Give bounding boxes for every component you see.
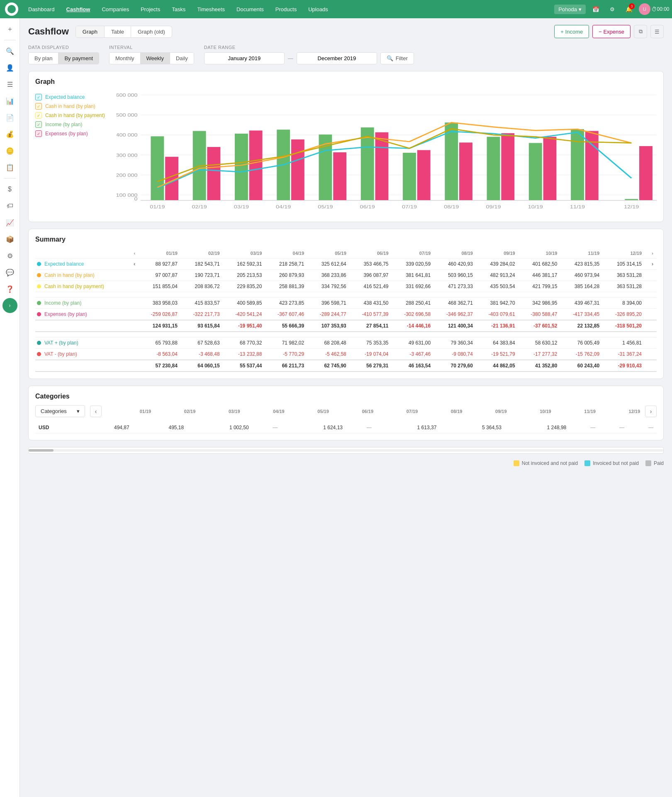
bar-expense-04: [291, 139, 304, 200]
horizontal-scrollbar[interactable]: [28, 447, 664, 454]
dot-expenses: [37, 312, 41, 316]
settings-view-button[interactable]: ☰: [650, 25, 664, 38]
tab-graph[interactable]: Graph: [76, 26, 105, 37]
pohoda-button[interactable]: Pohoda ▾: [554, 5, 586, 14]
settings-button[interactable]: ⚙: [606, 2, 619, 16]
sidebar-search[interactable]: 🔍: [2, 44, 17, 59]
legend-expected[interactable]: ✓ Expected balance: [35, 94, 110, 100]
summary-table-scroll: ‹ 01/19 02/19 03/19 04/19 05/19 06/19 07…: [35, 248, 657, 372]
sidebar-tag[interactable]: 🏷: [2, 198, 17, 213]
sidebar-expand[interactable]: ›: [2, 298, 17, 313]
nav-products[interactable]: Products: [270, 4, 302, 15]
swatch-invoiced: [584, 460, 590, 466]
notifications-button[interactable]: 🔔 3: [622, 2, 635, 16]
avatar[interactable]: U: [639, 3, 650, 15]
svg-text:10/19: 10/19: [528, 204, 543, 210]
sidebar-chart[interactable]: 📊: [2, 93, 17, 108]
cat-nav-prev[interactable]: ‹: [90, 406, 102, 417]
graph-title: Graph: [35, 78, 657, 86]
by-payment-button[interactable]: By payment: [58, 53, 99, 64]
nav-documents[interactable]: Documents: [231, 4, 269, 15]
tab-table[interactable]: Table: [105, 26, 131, 37]
data-display-buttons: By plan By payment: [28, 52, 99, 64]
sidebar-box[interactable]: 📦: [2, 232, 17, 247]
summary-nav-next-2[interactable]: ›: [645, 259, 657, 270]
sidebar-add[interactable]: ＋: [2, 22, 17, 37]
daily-button[interactable]: Daily: [170, 53, 194, 64]
data-label: Data displayed: [28, 45, 99, 50]
nav-cashflow[interactable]: Cashflow: [61, 4, 95, 15]
nav-dashboard[interactable]: Dashboard: [23, 4, 60, 15]
nav-timesheets[interactable]: Timesheets: [192, 4, 230, 15]
nav-companies[interactable]: Companies: [97, 4, 134, 15]
dot-cash-payment: [37, 284, 41, 288]
summary-col-08: 08/19: [434, 248, 476, 259]
sidebar-coin[interactable]: 🪙: [2, 143, 17, 158]
interval-group: Interval Monthly Weekly Daily: [109, 45, 194, 64]
chevron-down-icon: ▾: [77, 408, 80, 414]
categories-selector[interactable]: Categories ▾: [35, 405, 85, 417]
monthly-button[interactable]: Monthly: [110, 53, 141, 64]
calendar-button[interactable]: 📅: [589, 2, 602, 16]
legend-check-expected: ✓: [35, 94, 42, 100]
legend-cash-plan[interactable]: ✓ Cash in hand (by plan): [35, 103, 110, 110]
sidebar-table[interactable]: 📋: [2, 160, 17, 175]
weekly-button[interactable]: Weekly: [141, 53, 170, 64]
label-expenses: Expenses (by plan): [44, 311, 87, 317]
bar-expense-07: [417, 150, 431, 200]
summary-col-06: 06/19: [350, 248, 392, 259]
sidebar-help[interactable]: ❓: [2, 281, 17, 296]
legend-paid: Paid: [645, 460, 664, 466]
by-plan-button[interactable]: By plan: [29, 53, 58, 64]
table-row: Cash in hand (by payment) 151 855,04 208…: [35, 281, 657, 292]
dot-vat-plus: [37, 341, 41, 345]
svg-text:01/19: 01/19: [150, 204, 165, 210]
sidebar: ＋ 🔍 👤 ☰ 📊 📄 💰 🪙 📋 $ 🏷 📈 📦 ⚙ 💬 ❓ ›: [0, 18, 20, 797]
summary-nav-prev[interactable]: ‹: [127, 248, 139, 259]
clock-button[interactable]: ⏱ 00:00: [654, 2, 667, 16]
table-row: Cash in hand (by plan) 97 007,87 190 723…: [35, 270, 657, 281]
sidebar-report[interactable]: 📈: [2, 215, 17, 230]
sidebar-gear[interactable]: ⚙: [2, 248, 17, 263]
income-button[interactable]: + Income: [554, 25, 589, 38]
nav-tasks[interactable]: Tasks: [167, 4, 190, 15]
table-row: Expenses (by plan) -259 026,87 -322 217,…: [35, 309, 657, 320]
date-from-input[interactable]: [204, 52, 285, 64]
legend-cash-payment[interactable]: ✓ Cash in hand (by payment): [35, 112, 110, 119]
svg-text:200 000: 200 000: [117, 173, 138, 178]
sidebar-chat[interactable]: 💬: [2, 265, 17, 280]
sidebar-dollar[interactable]: $: [2, 182, 17, 197]
sidebar-person[interactable]: 👤: [2, 60, 17, 75]
main-content: Cashflow Graph Table Graph (old) + Incom…: [20, 18, 672, 797]
nav-projects[interactable]: Projects: [136, 4, 165, 15]
sidebar-cashflow[interactable]: 💰: [2, 127, 17, 142]
logo[interactable]: [5, 2, 18, 16]
legend-income[interactable]: ✓ Income (by plan): [35, 121, 110, 128]
legend-expenses[interactable]: ✓ Expenses (by plan): [35, 130, 110, 137]
interval-label: Interval: [109, 45, 194, 50]
nav-uploads[interactable]: Uploads: [303, 4, 333, 15]
date-to-input[interactable]: [297, 52, 377, 64]
copy-button[interactable]: ⧉: [634, 25, 647, 38]
summary-nav-prev-2[interactable]: ‹: [127, 259, 139, 270]
tab-graph-old[interactable]: Graph (old): [131, 26, 172, 37]
filter-button[interactable]: 🔍 Filter: [380, 52, 414, 64]
legend-check-expenses: ✓: [35, 130, 42, 137]
cat-nav-next[interactable]: ›: [645, 406, 657, 417]
sidebar-doc[interactable]: 📄: [2, 110, 17, 125]
table-row: VAT - (by plan) -8 563,04 -3 468,48 -13 …: [35, 349, 657, 360]
expense-button[interactable]: − Expense: [592, 25, 631, 38]
svg-text:0: 0: [134, 196, 138, 202]
layout: ＋ 🔍 👤 ☰ 📊 📄 💰 🪙 📋 $ 🏷 📈 📦 ⚙ 💬 ❓ › Cashfl…: [0, 18, 672, 797]
nav-right: Pohoda ▾ 📅 ⚙ 🔔 3 U ⏱ 00:00: [554, 2, 667, 16]
svg-text:12/19: 12/19: [624, 204, 639, 210]
summary-nav-next[interactable]: ›: [645, 248, 657, 259]
dot-vat-minus: [37, 352, 41, 356]
bar-expense-02: [207, 147, 220, 200]
summary-col-09: 09/19: [476, 248, 519, 259]
summary-col-10: 10/19: [519, 248, 561, 259]
summary-col-05: 05/19: [307, 248, 350, 259]
sidebar-list[interactable]: ☰: [2, 77, 17, 92]
svg-text:300 000: 300 000: [117, 153, 138, 158]
bar-expense-09: [501, 133, 514, 200]
